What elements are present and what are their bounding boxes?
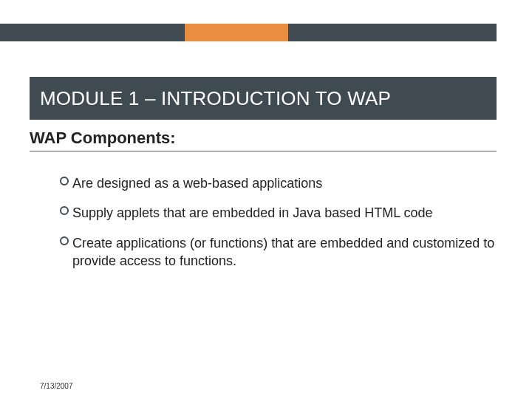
- list-item: Create applications (or functions) that …: [59, 234, 497, 270]
- slide: MODULE 1 – INTRODUCTION TO WAP WAP Compo…: [0, 0, 532, 399]
- slide-title: MODULE 1 – INTRODUCTION TO WAP: [40, 87, 391, 110]
- svg-point-2: [61, 237, 68, 245]
- list-item-text: Are designed as a web-based applications: [72, 174, 497, 192]
- bullet-circle-icon: [59, 205, 72, 216]
- top-accent-right: [288, 24, 497, 41]
- footer-date: 7/13/2007: [40, 382, 73, 390]
- svg-point-1: [61, 207, 68, 214]
- svg-point-0: [61, 177, 68, 185]
- title-bar: MODULE 1 – INTRODUCTION TO WAP: [30, 77, 497, 120]
- list-item: Supply applets that are embedded in Java…: [59, 204, 497, 222]
- bullet-circle-icon: [59, 176, 72, 186]
- top-accent-left: [0, 24, 185, 41]
- list-item: Are designed as a web-based applications: [59, 174, 497, 192]
- top-accent-orange: [185, 24, 288, 41]
- bullet-circle-icon: [59, 236, 72, 246]
- list-item-text: Create applications (or functions) that …: [72, 234, 497, 270]
- slide-subtitle: WAP Components:: [30, 129, 497, 151]
- bullet-list: Are designed as a web-based applications…: [59, 174, 497, 282]
- list-item-text: Supply applets that are embedded in Java…: [72, 204, 497, 222]
